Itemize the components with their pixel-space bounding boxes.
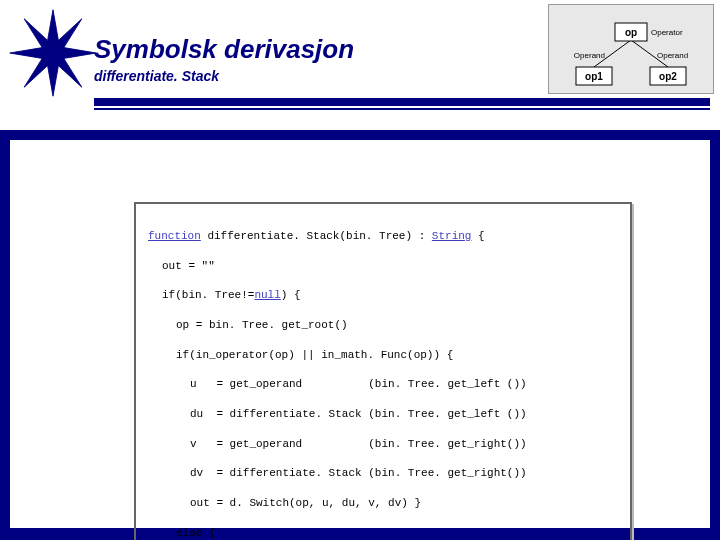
kw-function: function <box>148 230 201 242</box>
code-l07: du = differentiate. Stack (bin. Tree. ge… <box>190 408 527 420</box>
tree-right: op2 <box>659 71 677 82</box>
star-icon <box>8 8 98 98</box>
svg-marker-0 <box>10 10 96 96</box>
code-l04: op = bin. Tree. get_root() <box>176 319 348 331</box>
tree-right-edge: Operand <box>657 51 688 60</box>
kw-null: null <box>254 289 280 301</box>
tree-diagram: op Operator Operand Operand op1 op2 <box>548 4 714 94</box>
code-l05: if(in_operator(op) || in_math. Func(op))… <box>176 349 453 361</box>
divider-thick <box>94 98 710 106</box>
code-block: function differentiate. Stack(bin. Tree)… <box>134 202 632 540</box>
code-l11: else { <box>176 527 216 539</box>
code-l03b: ) { <box>281 289 301 301</box>
divider-thin <box>94 108 710 110</box>
tree-root: op <box>625 27 637 38</box>
content-panel: function differentiate. Stack(bin. Tree)… <box>10 140 710 528</box>
code-l08: v = get_operand (bin. Tree. get_right()) <box>190 438 527 450</box>
page-title: Symbolsk derivasjon <box>94 34 354 65</box>
code-l01a: differentiate. Stack(bin. Tree) : <box>201 230 432 242</box>
code-l01b: { <box>471 230 484 242</box>
code-l10: out = d. Switch(op, u, du, v, dv) } <box>190 497 421 509</box>
tree-left-edge: Operand <box>574 51 605 60</box>
code-l03a: if(bin. Tree!= <box>162 289 254 301</box>
code-l06: u = get_operand (bin. Tree. get_left ()) <box>190 378 527 390</box>
page-subtitle: differentiate. Stack <box>94 68 219 84</box>
header: Symbolsk derivasjon differentiate. Stack… <box>0 0 720 130</box>
tree-root-label: Operator <box>651 28 683 37</box>
code-l02: out = "" <box>162 260 215 272</box>
code-l09: dv = differentiate. Stack (bin. Tree. ge… <box>190 467 527 479</box>
tree-left: op1 <box>585 71 603 82</box>
kw-string: String <box>432 230 472 242</box>
